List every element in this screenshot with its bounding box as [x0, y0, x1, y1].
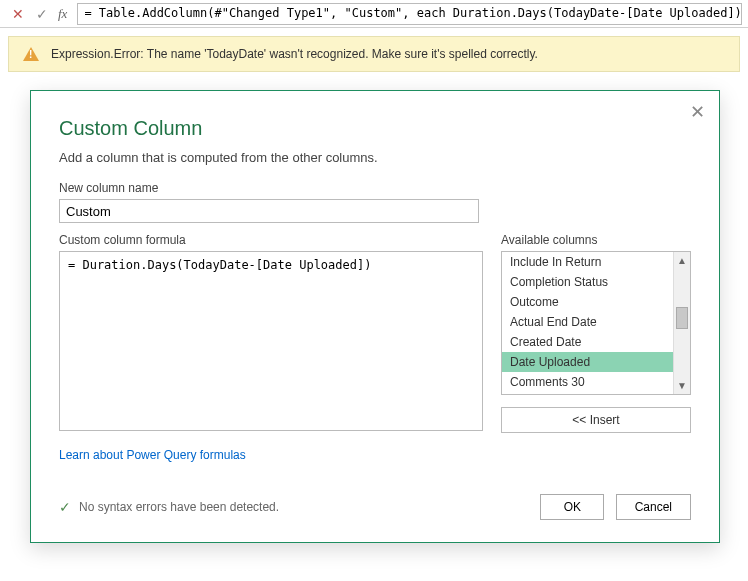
cancel-button[interactable]: Cancel: [616, 494, 691, 520]
list-item[interactable]: Completion Status: [502, 272, 690, 292]
close-icon[interactable]: ✕: [690, 101, 705, 123]
dialog-title: Custom Column: [59, 117, 691, 140]
status: ✓ No syntax errors have been detected.: [59, 499, 279, 515]
available-columns-label: Available columns: [501, 233, 691, 247]
learn-link[interactable]: Learn about Power Query formulas: [59, 448, 246, 462]
scroll-up-icon[interactable]: ▲: [674, 252, 690, 269]
list-item[interactable]: Actual End Date: [502, 312, 690, 332]
status-text: No syntax errors have been detected.: [79, 500, 279, 514]
error-text: Expression.Error: The name 'TodayDate' w…: [51, 47, 538, 61]
list-item[interactable]: Comments 30: [502, 372, 690, 392]
check-icon: ✓: [59, 499, 71, 515]
list-item[interactable]: Created Date: [502, 332, 690, 352]
scroll-down-icon[interactable]: ▼: [674, 377, 690, 394]
fx-icon: fx: [54, 6, 71, 22]
formula-bar: ✕ ✓ fx = Table.AddColumn(#"Changed Type1…: [0, 0, 748, 28]
list-item[interactable]: Date Uploaded: [502, 352, 690, 372]
available-columns-list[interactable]: Include In ReturnCompletion StatusOutcom…: [501, 251, 691, 395]
new-column-input[interactable]: [59, 199, 479, 223]
ok-button[interactable]: OK: [540, 494, 604, 520]
custom-column-dialog: ✕ Custom Column Add a column that is com…: [30, 90, 720, 543]
formula-confirm-icon[interactable]: ✓: [30, 3, 54, 25]
scrollbar[interactable]: ▲ ▼: [673, 252, 690, 394]
formula-textarea[interactable]: [59, 251, 483, 431]
list-item[interactable]: Outcome: [502, 292, 690, 312]
list-item[interactable]: Include In Return: [502, 252, 690, 272]
formula-bar-input[interactable]: = Table.AddColumn(#"Changed Type1", "Cus…: [77, 3, 742, 25]
scroll-thumb[interactable]: [676, 307, 688, 329]
dialog-subtitle: Add a column that is computed from the o…: [59, 150, 691, 165]
formula-label: Custom column formula: [59, 233, 483, 247]
warning-icon: [23, 47, 39, 61]
formula-cancel-icon[interactable]: ✕: [6, 3, 30, 25]
new-column-label: New column name: [59, 181, 691, 195]
error-banner: Expression.Error: The name 'TodayDate' w…: [8, 36, 740, 72]
insert-button[interactable]: << Insert: [501, 407, 691, 433]
